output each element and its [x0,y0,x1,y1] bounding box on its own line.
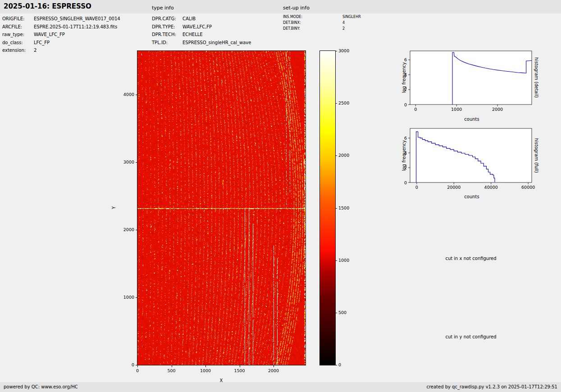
header-bar: 2025-01-16: ESPRESSO type info set-up in… [0,0,561,14]
raw-x-tick-mark [205,365,206,367]
info-label: INS.MODE: [283,15,342,19]
raw-x-tick-label: 1500 [231,368,249,373]
raw-image-y-axis-label: Y [111,206,116,209]
info-value: WAVE_LFC_FP [34,32,65,37]
histogram-full-y-axis-label: log frequency [401,140,406,171]
svg-text:2000: 2000 [492,107,503,112]
footer-right-text: created by qc_rawdisp.py v1.2.3 on 2025-… [426,384,557,389]
info-value: LFC_FP [34,40,50,45]
info-row: DPR.TECH:ECHELLE [152,31,251,39]
info-label: DET.BINX: [283,21,342,25]
raw-y-tick-mark [136,95,137,95]
colorbar-tick-mark [335,260,337,261]
svg-text:60000: 60000 [521,185,535,190]
colorbar-tick-mark [335,313,337,313]
info-label: DET.BINY: [283,27,342,31]
colorbar-tick-mark [335,208,337,209]
info-row: DPR.TYPE:WAVE,LFC,FP [152,23,251,31]
svg-text:0: 0 [415,185,418,190]
footer-left-text: powered by QC: www.eso.org/HC [4,384,78,389]
colorbar-tick-label: 500 [338,310,356,315]
info-value: ECHELLE [182,32,203,37]
info-label: ORIGFILE: [2,16,34,21]
info-value: CALIB [182,16,196,21]
info-value: ESPRESSO_SINGLEHR_WAVE017_0014 [34,16,120,21]
raw-x-tick-mark [172,365,172,367]
svg-text:0: 0 [404,180,407,185]
raw-y-tick-label: 0 [117,362,134,367]
raw-y-tick-mark [136,230,137,230]
colorbar-tick-label: 1500 [338,205,356,210]
info-row: raw_type:WAVE_LFC_FP [2,31,120,39]
type-info-block: DPR.CATG:CALIBDPR.TYPE:WAVE,LFC,FPDPR.TE… [152,15,251,46]
colorbar-tick-label: 3000 [338,48,356,53]
raw-x-tick-label: 1000 [196,368,214,373]
info-label: raw_type: [2,32,34,37]
setup-info-block: INS.MODE:SINGLEHRDET.BINX:4DET.BINY:2 [283,14,361,32]
histogram-detail-y-axis-label: log frequency [401,62,406,93]
svg-text:1000: 1000 [451,107,462,112]
raw-x-tick-label: 2000 [265,368,283,373]
colorbar-tick-label: 1000 [338,258,356,263]
type-info-heading: type info [152,5,174,11]
histogram-detail-chart: 0100020000246 [410,51,532,105]
histogram-detail-side-title: histogram (detail) [534,57,539,98]
info-label: DPR.CATG: [152,16,182,21]
colorbar-tick-label: 2000 [338,153,356,158]
colorbar-tick-mark [335,155,337,156]
raw-x-tick-mark [240,365,240,367]
raw-x-tick-mark [137,365,138,367]
info-label: TPL.ID: [152,40,182,45]
raw-x-tick-label: 0 [128,368,146,373]
svg-text:0: 0 [414,107,417,112]
histogram-full-side-title: histogram (full) [534,138,539,173]
raw-x-tick-mark [274,365,274,367]
info-row: INS.MODE:SINGLEHR [283,14,361,20]
raw-y-tick-label: 3000 [117,160,134,164]
info-row: do_class:LFC_FP [2,39,120,47]
info-label: DPR.TECH: [152,32,182,37]
info-value: 2 [34,48,36,53]
info-row: ARCFILE:ESPRE.2025-01-17T11:12:19.483.fi… [2,23,120,31]
info-value: WAVE,LFC,FP [182,24,212,29]
colorbar-tick-mark [335,365,337,365]
histogram-full-chart: 02000040000600000246 [410,128,532,182]
footer-bar: powered by QC: www.eso.org/HC created by… [0,382,561,392]
info-label: ARCFILE: [2,24,34,29]
cut-x-message: cut in x not configured [445,256,496,261]
svg-text:0: 0 [404,102,407,107]
file-info-block: ORIGFILE:ESPRESSO_SINGLEHR_WAVE017_0014A… [2,15,120,55]
info-value: SINGLEHR [342,15,361,19]
colorbar-tick-label: 2500 [338,100,356,105]
svg-text:20000: 20000 [447,185,461,190]
info-value: ESPRESSO_singleHR_cal_wave [182,40,251,45]
raw-y-tick-label: 4000 [117,92,134,97]
info-value: 4 [342,21,345,25]
colorbar-tick-label: 0 [338,362,356,367]
svg-text:40000: 40000 [484,185,498,190]
raw-image-plot [137,51,306,365]
histogram-detail-x-axis-label: counts [464,117,479,122]
raw-y-tick-label: 1000 [117,295,134,300]
info-row: DET.BINY:2 [283,26,361,32]
raw-x-tick-label: 500 [163,368,181,373]
setup-info-heading: set-up info [283,5,310,11]
qc-rawdisp-page: 2025-01-16: ESPRESSO type info set-up in… [0,0,561,392]
histogram-full-x-axis-label: counts [464,194,479,199]
info-value: ESPRE.2025-01-17T11:12:19.483.fits [34,24,117,29]
raw-y-tick-mark [136,162,137,163]
colorbar [320,51,335,365]
colorbar-tick-mark [335,51,337,51]
info-row: ORIGFILE:ESPRESSO_SINGLEHR_WAVE017_0014 [2,15,120,23]
cut-y-message: cut in y not configured [445,334,496,339]
info-row: DET.BINX:4 [283,20,361,26]
raw-y-tick-mark [136,297,137,298]
info-value: 2 [342,27,345,31]
info-label: extension: [2,48,34,53]
raw-y-tick-label: 2000 [117,227,134,232]
info-row: extension:2 [2,46,120,55]
info-label: DPR.TYPE: [152,24,182,29]
info-row: DPR.CATG:CALIB [152,15,251,23]
colorbar-tick-mark [335,103,337,104]
page-title: 2025-01-16: ESPRESSO [4,2,91,10]
